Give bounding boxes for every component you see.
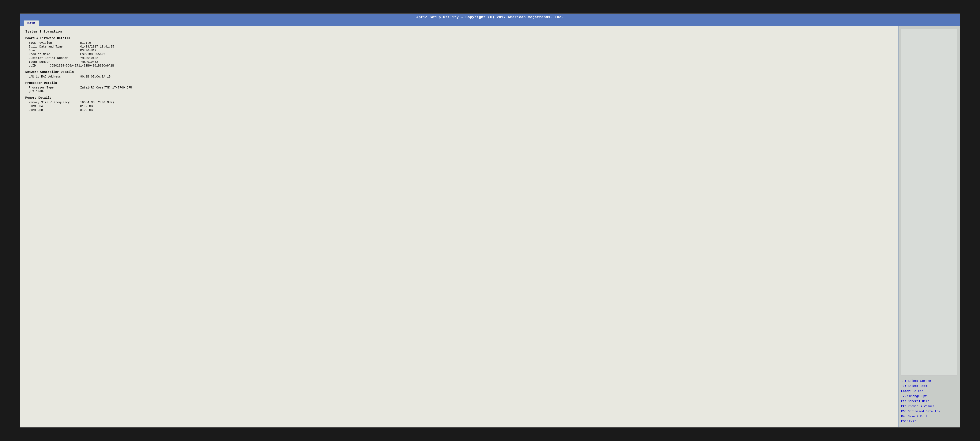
help-change-opt: +/-: Change Opt. [901,394,957,399]
section-processor: Processor Details [25,81,893,85]
help-esc: ESC: Exit [901,419,957,424]
bios-body: System Information Board & Firmware Deta… [20,26,960,427]
section-memory: Memory Details [25,96,893,99]
bios-screen: Aptio Setup Utility - Copyright (C) 2017… [20,13,960,428]
sidebar-info-panel [901,29,957,376]
help-f1: F1: General Help [901,399,957,404]
page-title: System Information [25,30,893,33]
list-item: Product Name ESPRIMO P556/2 [25,53,893,56]
main-content: System Information Board & Firmware Deta… [20,26,899,427]
bios-title: Aptio Setup Utility - Copyright (C) 2017… [416,15,564,19]
list-item: LAN 1: MAC Address 90:1B:0E:CA:9A:1B [25,75,893,78]
tab-main[interactable]: Main [24,21,39,26]
help-select-screen: →←: Select Screen [901,379,957,384]
list-item: Customer Serial Number YMEA010432 [25,56,893,60]
list-item: BIOS Revision R1.1.0 [25,41,893,45]
sidebar: →←: Select Screen ↑↓: Select Item Enter:… [899,26,960,427]
help-legend: →←: Select Screen ↑↓: Select Item Enter:… [901,379,957,424]
help-enter-select: Enter: Select [901,389,957,394]
list-item: Board D3400-U12 [25,49,893,52]
bios-header: Aptio Setup Utility - Copyright (C) 2017… [20,14,960,21]
help-f2: F2: Previous Values [901,404,957,409]
tabs-bar: Main [20,21,960,26]
list-item: Memory Size / Frequency 16384 MB (2400 M… [25,101,893,104]
help-select-item: ↑↓: Select Item [901,384,957,389]
section-board-firmware: Board & Firmware Details [25,37,893,40]
list-item: Build Date and Time 01/09/2017 10:41:35 [25,45,893,48]
processor-continuation: @ 3.60GHz [25,90,893,93]
list-item: DIMM CHB 8192 MB [25,108,893,112]
list-item: Processor Type Intel(R) Core(TM) i7-7700… [25,86,893,89]
help-f3: F3: Optimized Defaults [901,409,957,414]
uuid-row: UUID C5B028E4-5C0A-E711-81B0-901B0ECA9A1… [25,64,893,67]
help-f4: F4: Save & Exit [901,414,957,419]
section-network: Network Controller Details [25,70,893,74]
list-item: Ident Number YMEA010432 [25,60,893,64]
list-item: DIMM CHA 8192 MB [25,105,893,108]
